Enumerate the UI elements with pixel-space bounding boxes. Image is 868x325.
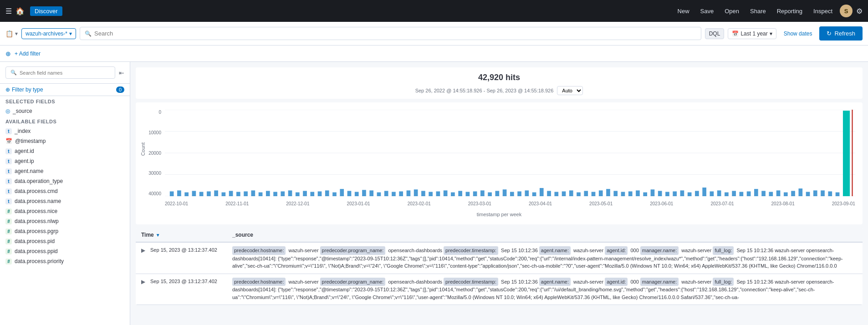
search-icon: 🔍 [85,30,92,37]
field-name: data.process.ppid [15,248,58,254]
main-layout: 🔍 ⇤ ⊕ Filter by type 0 Selected fields ◎… [0,62,868,325]
field-search-wrapper[interactable]: 🔍 [5,66,115,79]
svg-rect-88 [784,193,788,196]
open-link[interactable]: Open [721,6,743,16]
svg-rect-56 [547,191,551,196]
y-label-40000: 40000 [143,191,161,196]
save-link[interactable]: Save [697,6,718,16]
field-type-icon: t [5,178,12,184]
svg-rect-95 [836,193,840,196]
add-filter-button[interactable]: + Add filter [15,51,41,57]
field-type-icon: t [5,198,12,204]
svg-rect-92 [813,190,817,196]
menu-icon[interactable]: ☰ [5,7,12,15]
field-item-agent-id[interactable]: tagent.id [0,146,130,156]
row-source: predecoder.hostname: wazuh-server predec… [232,246,857,270]
svg-rect-70 [651,189,655,196]
sort-arrow-icon[interactable]: ▼ [156,233,160,238]
time-picker[interactable]: 📅 Last 1 year ▾ [728,28,776,39]
selected-fields-label: Selected fields [0,96,130,106]
source-field-icon: ◎ [5,108,10,114]
search-input-wrapper[interactable]: 🔍 [80,27,701,40]
search-bar: 📋 ▾ wazuh-archives-* ▾ 🔍 DQL 📅 Last 1 ye… [0,22,868,46]
index-badge[interactable]: wazuh-archives-* ▾ [21,28,76,39]
field-type-icon: # [5,208,12,214]
filter-by-type-button[interactable]: ⊕ Filter by type [5,86,43,93]
field-item-data-process-priority[interactable]: #data.process.priority [0,256,130,266]
index-selector-icon[interactable]: 📋 ▾ [5,30,18,37]
field-item-data-process-nlwp[interactable]: #data.process.nlwp [0,216,130,226]
index-dropdown-icon: ▾ [69,30,72,37]
svg-rect-20 [281,191,285,196]
svg-rect-64 [606,189,610,196]
reporting-link[interactable]: Reporting [773,6,806,16]
chart-wrapper: Count 40000 30000 20000 10000 0 [143,110,855,210]
svg-rect-46 [473,191,477,196]
field-item-data-process-pgrp[interactable]: #data.process.pgrp [0,226,130,236]
svg-rect-19 [273,192,277,197]
svg-rect-66 [621,192,625,197]
svg-rect-94 [828,191,832,196]
field-item-data-process-name[interactable]: tdata.process.name [0,196,130,206]
show-dates-button[interactable]: Show dates [780,29,816,39]
field-item-agent-name[interactable]: tagent.name [0,166,130,176]
row-expand-icon[interactable]: ▶ [141,247,148,254]
field-item-data-process-cmd[interactable]: tdata.process.cmd [0,186,130,196]
x-label-6: 2023-03-01 [468,201,491,206]
field-type-icon: t [5,168,12,174]
settings-icon[interactable]: ⚙ [856,7,863,15]
field-name: agent.ip [15,158,34,164]
interval-select[interactable]: Auto [557,86,583,95]
col-source-header: _source [232,232,857,238]
field-item-data-process-ppid[interactable]: #data.process.ppid [0,246,130,256]
svg-rect-89 [791,191,795,196]
dql-badge[interactable]: DQL [705,28,725,39]
field-item-@timestamp[interactable]: 📅@timestamp [0,136,130,146]
field-name: data.process.nlwp [15,218,59,224]
field-highlight: manager.name: [640,278,679,286]
svg-rect-53 [525,190,529,196]
discover-badge[interactable]: Discover [30,6,62,16]
home-icon[interactable]: 🏠 [15,7,25,15]
field-highlight: predecoder.hostname: [232,246,286,255]
row-time: Sep 15, 2023 @ 13:12:37.402 [150,278,232,284]
field-item-_index[interactable]: t_index [0,126,130,136]
field-highlight: agent.id: [605,278,628,286]
share-link[interactable]: Share [746,6,770,16]
field-item-agent-ip[interactable]: tagent.ip [0,156,130,166]
svg-rect-26 [325,190,329,196]
svg-rect-39 [421,191,425,196]
x-label-8: 2023-05-01 [589,201,613,206]
field-item-source[interactable]: ◎ _source [0,106,130,116]
field-type-icon: # [5,229,12,234]
refresh-button[interactable]: ↻ Refresh [819,26,863,41]
field-search-input[interactable] [20,70,110,76]
new-link[interactable]: New [674,6,693,16]
field-type-icon: t [5,158,12,164]
inspect-link[interactable]: Inspect [810,6,836,16]
svg-rect-63 [599,190,603,196]
user-avatar[interactable]: S [840,5,853,17]
table-row: ▶ Sep 15, 2023 @ 13:12:37.402 predecoder… [136,274,863,305]
field-item-data-process-nice[interactable]: #data.process.nice [0,206,130,216]
svg-rect-41 [436,191,440,196]
svg-rect-40 [429,192,433,197]
search-input[interactable] [94,30,696,37]
field-item-data-operation_type[interactable]: tdata.operation_type [0,176,130,186]
collapse-sidebar-icon[interactable]: ⇤ [119,69,124,76]
svg-rect-8 [192,191,196,196]
field-highlight: agent.name: [539,278,571,286]
row-expand-icon[interactable]: ▶ [141,279,148,285]
calendar-icon: 📅 [732,30,739,37]
svg-rect-50 [503,189,507,196]
x-axis-title: timestamp per week [143,210,855,221]
svg-rect-28 [340,189,344,196]
field-name: @timestamp [15,138,46,144]
sidebar-header: 🔍 ⇤ [0,62,130,84]
field-item-data-process-pid[interactable]: #data.process.pid [0,236,130,246]
filter-icon[interactable]: ⊕ [5,50,11,57]
field-type-icon: # [5,259,12,264]
x-label-7: 2023-04-01 [529,201,552,206]
filter-type-icon: ⊕ [5,86,10,93]
x-label-2: 2022-11-01 [225,201,249,206]
